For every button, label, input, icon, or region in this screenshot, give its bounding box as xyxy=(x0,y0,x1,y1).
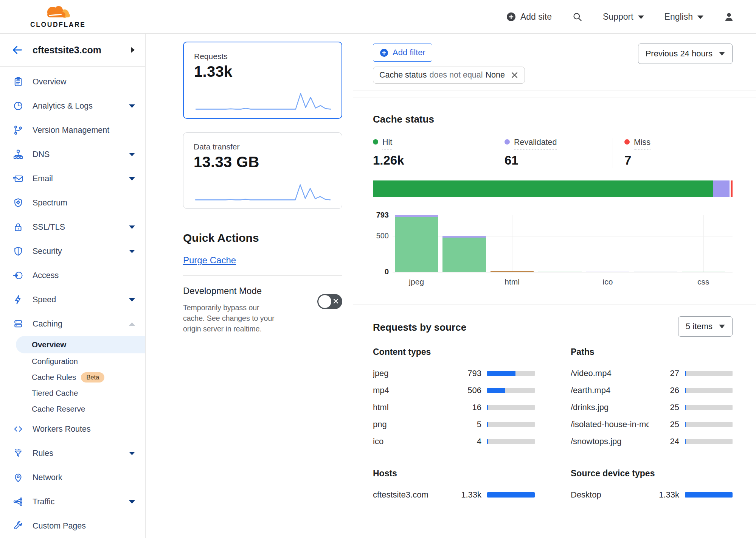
sidebar-item-ssl-tls[interactable]: SSL/TLS xyxy=(0,215,145,239)
sidebar-item-label: SSL/TLS xyxy=(33,222,65,232)
circle-plus-icon xyxy=(506,12,516,22)
gridline xyxy=(512,215,512,272)
card-label: Data transfer xyxy=(194,142,332,151)
list-item[interactable]: html16 xyxy=(373,399,535,416)
item-label: Desktop xyxy=(571,490,649,500)
item-value: 5 xyxy=(451,420,481,429)
sidebar-item-version-management[interactable]: Version Management xyxy=(0,118,145,142)
sidebar-item-spectrum[interactable]: Spectrum xyxy=(0,191,145,215)
sidebar-item-label: Caching xyxy=(33,319,62,329)
legend-dot xyxy=(505,139,510,145)
sidebar-item-label: Spectrum xyxy=(33,198,67,208)
chevron-down-icon xyxy=(129,500,135,504)
purge-cache-link[interactable]: Purge Cache xyxy=(183,255,236,266)
item-bar-fill xyxy=(487,388,505,393)
map-pin-icon xyxy=(12,472,24,483)
list-item[interactable]: jpeg793 xyxy=(373,365,535,382)
user-profile-icon[interactable] xyxy=(724,12,734,22)
legend-label[interactable]: Miss xyxy=(634,138,650,149)
list-item[interactable]: mp4506 xyxy=(373,382,535,399)
legend-label[interactable]: Revalidated xyxy=(514,138,557,149)
envelope-icon xyxy=(12,173,24,184)
sidebar-item-label: Access xyxy=(33,271,59,280)
data-transfer-summary-card[interactable]: Data transfer 13.33 GB xyxy=(183,132,342,209)
metrics-column: Requests 1.33k Data transfer 13.33 GB Qu… xyxy=(146,34,353,538)
sidebar-item-email[interactable]: Email xyxy=(0,166,145,191)
server-stack-icon xyxy=(12,318,24,330)
item-value: 506 xyxy=(451,386,481,395)
cache-status-stacked-bar xyxy=(373,180,733,197)
filter-toolbar: Add filter Cache status does not equal N… xyxy=(353,34,756,84)
add-filter-label: Add filter xyxy=(393,48,425,58)
chevron-down-icon xyxy=(129,225,135,229)
item-label: png xyxy=(373,420,451,429)
language-menu[interactable]: English xyxy=(664,12,703,22)
item-bar-track xyxy=(487,388,535,393)
search-icon[interactable] xyxy=(572,12,582,22)
cloudflare-cloud-icon xyxy=(40,5,76,20)
development-mode-toggle[interactable] xyxy=(317,294,342,309)
sidebar-item-caching[interactable]: Caching xyxy=(0,312,145,336)
sidebar-item-traffic[interactable]: Traffic xyxy=(0,490,145,514)
items-count-dropdown[interactable]: 5 items xyxy=(678,316,733,337)
item-value: 27 xyxy=(649,369,679,378)
list-item[interactable]: Desktop1.33k xyxy=(571,486,733,503)
list-item[interactable]: /earth.mp426 xyxy=(571,382,733,399)
sidebar-subitem-cache-reserve[interactable]: Cache Reserve xyxy=(0,401,145,417)
sidebar-item-overview[interactable]: Overview xyxy=(0,70,145,94)
list-item[interactable]: /isolated-house-in-mo...25 xyxy=(571,416,733,433)
cache-status-section: Cache status Hit1.26kRevalidated61Miss7 … xyxy=(353,98,756,294)
item-value: 24 xyxy=(649,437,679,446)
sidebar-subitem-configuration[interactable]: Configuration xyxy=(0,353,145,369)
sidebar-item-analytics-logs[interactable]: Analytics & Logs xyxy=(0,94,145,118)
list-item[interactable]: /drinks.jpg25 xyxy=(571,399,733,416)
site-name: cftestsite3.com xyxy=(33,45,101,56)
sidebar-item-access[interactable]: Access xyxy=(0,263,145,288)
item-value: 16 xyxy=(451,403,481,412)
list-item[interactable]: ico4 xyxy=(373,433,535,450)
cloudflare-logo[interactable]: CLOUDFLARE xyxy=(30,5,86,29)
chevron-down-icon xyxy=(638,16,644,19)
chevron-down-icon xyxy=(129,452,135,455)
back-arrow-icon[interactable] xyxy=(11,44,23,56)
shield-gear-icon xyxy=(12,197,24,208)
sidebar-item-label: Email xyxy=(33,174,53,183)
source-column-hosts: Hostscftestsite3.com1.33k xyxy=(373,468,553,503)
list-item[interactable]: /snowtops.jpg24 xyxy=(571,433,733,450)
list-item[interactable]: png5 xyxy=(373,416,535,433)
filter-chip[interactable]: Cache status does not equal None xyxy=(373,67,525,84)
legend-label[interactable]: Hit xyxy=(382,138,392,149)
add-site-button[interactable]: Add site xyxy=(506,12,552,22)
list-item[interactable]: cftestsite3.com1.33k xyxy=(373,486,535,503)
sidebar-subitem-label: Cache Rules xyxy=(32,373,76,382)
requests-summary-card[interactable]: Requests 1.33k xyxy=(183,42,342,119)
support-menu[interactable]: Support xyxy=(603,12,644,22)
source-columns: Content typesjpeg793mp4506html16png5ico4… xyxy=(373,347,733,450)
sidebar-item-security[interactable]: Security xyxy=(0,239,145,263)
site-switcher[interactable]: cftestsite3.com xyxy=(0,34,145,67)
item-bar-fill xyxy=(487,492,535,498)
sidebar-item-speed[interactable]: Speed xyxy=(0,288,145,312)
sidebar-subitem-overview[interactable]: Overview xyxy=(16,336,145,353)
item-bar-fill xyxy=(487,439,488,444)
time-range-dropdown[interactable]: Previous 24 hours xyxy=(638,44,733,64)
sidebar-item-label: Version Management xyxy=(33,126,109,135)
add-filter-button[interactable]: Add filter xyxy=(373,44,432,62)
sidebar-subitem-tiered-cache[interactable]: Tiered Cache xyxy=(0,385,145,401)
sidebar-item-custom-pages[interactable]: Custom Pages xyxy=(0,514,145,538)
sidebar-subitem-label: Tiered Cache xyxy=(32,389,78,398)
gridline xyxy=(608,215,608,272)
item-bar-fill xyxy=(685,492,733,498)
sidebar-item-rules[interactable]: Rules xyxy=(0,441,145,465)
login-arrow-icon xyxy=(12,270,24,281)
sidebar-item-dns[interactable]: DNS xyxy=(0,142,145,166)
remove-filter-x-icon[interactable] xyxy=(511,71,518,79)
sidebar-item-workers-routes[interactable]: Workers Routes xyxy=(0,417,145,441)
chevron-right-icon[interactable] xyxy=(131,47,135,53)
dns-tree-icon xyxy=(12,149,24,160)
code-brackets-icon xyxy=(12,423,24,435)
sidebar-item-network[interactable]: Network xyxy=(0,465,145,490)
chart-bar xyxy=(442,238,486,272)
sidebar-subitem-cache-rules[interactable]: Cache RulesBeta xyxy=(0,369,145,385)
list-item[interactable]: /video.mp427 xyxy=(571,365,733,382)
